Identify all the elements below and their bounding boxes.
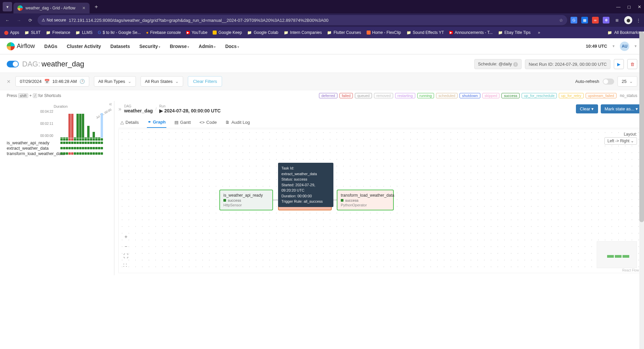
run-status-dot[interactable]	[79, 138, 82, 141]
task-instance-cell[interactable]	[76, 147, 79, 149]
task-instance-cell[interactable]	[85, 152, 87, 155]
legend-shutdown[interactable]: shutdown	[460, 93, 480, 98]
dag-enable-toggle[interactable]	[7, 61, 19, 67]
user-menu[interactable]: AU	[620, 42, 629, 51]
run-status-dot[interactable]	[76, 138, 79, 141]
close-window-icon[interactable]: ✕	[638, 4, 641, 9]
bookmark-folder[interactable]: Intern Companies	[284, 30, 322, 35]
task-instance-cell[interactable]	[90, 142, 92, 144]
legend-up_for_reschedule[interactable]: up_for_reschedule	[522, 93, 557, 98]
run-bar[interactable]	[90, 137, 92, 138]
run-bar[interactable]	[101, 113, 103, 138]
run-status-dot[interactable]	[82, 138, 84, 141]
task-instance-cell[interactable]	[95, 142, 98, 144]
run-bar[interactable]	[71, 114, 73, 138]
run-status-dot[interactable]	[60, 138, 63, 141]
clear-button[interactable]: Clear ▾	[576, 104, 598, 113]
run-bar[interactable]	[98, 137, 100, 138]
task-instance-cell[interactable]	[98, 152, 100, 155]
run-bar[interactable]	[74, 137, 76, 138]
run-bar[interactable]	[82, 114, 84, 138]
task-instance-cell[interactable]	[68, 152, 71, 155]
legend-success[interactable]: success	[501, 93, 520, 98]
task-instance-cell[interactable]	[60, 152, 63, 155]
graph-canvas[interactable]: Layout: Left -> Right ⌄ is_weather_api_r…	[118, 129, 642, 273]
task-instance-cell[interactable]	[71, 142, 73, 144]
bookmark-folder[interactable]: Ebay Title Tips	[498, 30, 531, 35]
bookmark-folder[interactable]: Freelance	[46, 30, 70, 35]
run-status-dot[interactable]	[95, 138, 98, 141]
run-status-dot[interactable]	[101, 138, 103, 141]
bookmark-item[interactable]: ●Firebase console	[146, 30, 181, 35]
fit-view-icon[interactable]: ⛶	[123, 253, 128, 259]
bookmark-folder[interactable]: Flutter Courses	[327, 30, 361, 35]
limit-select[interactable]: 25 ⌄	[618, 76, 637, 87]
task-node-transform-load-weather-data[interactable]: transform_load_weather_data success Pyth…	[337, 190, 394, 210]
run-status-dot[interactable]	[87, 138, 90, 141]
bookmark-item[interactable]: Home - FlexClip	[367, 30, 401, 35]
extension-icon[interactable]: G	[571, 17, 577, 23]
task-instance-cell[interactable]	[71, 152, 73, 155]
task-instance-cell[interactable]	[93, 152, 95, 155]
legend-skipped[interactable]: skipped	[482, 93, 500, 98]
tab-details[interactable]: △ Details	[120, 117, 140, 128]
task-instance-cell[interactable]	[87, 142, 90, 144]
forward-button[interactable]: →	[15, 18, 23, 23]
legend-queued[interactable]: queued	[355, 93, 372, 98]
tab-code[interactable]: <> Code	[199, 117, 217, 128]
browser-menu-icon[interactable]: ⋮	[636, 18, 641, 23]
run-bar[interactable]	[79, 114, 82, 138]
task-instance-cell[interactable]	[63, 147, 65, 149]
bookmark-folder[interactable]: SLIIT	[24, 30, 41, 35]
clear-date-icon[interactable]: ✕	[7, 79, 11, 84]
run-bar[interactable]	[66, 137, 68, 138]
bookmarks-overflow[interactable]: »	[538, 30, 540, 35]
task-instance-cell[interactable]	[79, 142, 82, 144]
tab-gantt[interactable]: ▤ Gantt	[174, 117, 192, 128]
task-instance-cell[interactable]	[79, 152, 82, 155]
maximize-icon[interactable]: ◻	[627, 4, 631, 9]
run-status-dot[interactable]	[63, 138, 65, 141]
run-bar[interactable]	[93, 132, 95, 138]
task-instance-cell[interactable]	[63, 152, 65, 155]
task-instance-cell[interactable]	[98, 147, 100, 149]
bookmark-item[interactable]: Google Keep	[213, 30, 242, 35]
extensions-menu-icon[interactable]: ⊞	[613, 17, 620, 23]
breadcrumb-dag[interactable]: weather_dag	[124, 108, 153, 113]
bookmark-star-icon[interactable]: ☆	[559, 18, 563, 23]
run-status-dot[interactable]	[71, 138, 73, 141]
run-status-dot[interactable]	[93, 138, 95, 141]
nav-cluster-activity[interactable]: Cluster Activity	[67, 44, 101, 49]
extension-icon[interactable]: ∞	[592, 17, 599, 23]
task-instance-cell[interactable]	[95, 152, 98, 155]
nav-docs[interactable]: Docs	[225, 44, 239, 49]
task-instance-cell[interactable]	[74, 152, 76, 155]
task-instance-cell[interactable]	[71, 147, 73, 149]
run-bar[interactable]	[60, 137, 63, 138]
task-instance-cell[interactable]	[101, 142, 103, 144]
nav-dags[interactable]: DAGs	[44, 44, 57, 49]
run-status-dot[interactable]	[66, 138, 68, 141]
extension-icon[interactable]: ✻	[603, 17, 609, 23]
task-instance-cell[interactable]	[66, 152, 68, 155]
minimize-icon[interactable]: ―	[616, 4, 621, 9]
run-bar[interactable]	[76, 114, 79, 138]
apps-shortcut[interactable]: ⬤Apps	[4, 30, 19, 35]
delete-dag-button[interactable]: 🗑	[627, 59, 637, 69]
clear-filters-button[interactable]: Clear Filters	[188, 76, 222, 87]
legend-scheduled[interactable]: scheduled	[436, 93, 458, 98]
all-bookmarks[interactable]: All Bookmarks	[607, 30, 640, 35]
task-instance-cell[interactable]	[82, 147, 84, 149]
task-instance-cell[interactable]	[93, 147, 95, 149]
run-bar[interactable]	[63, 137, 65, 138]
run-status-dot[interactable]	[85, 138, 87, 141]
bookmark-item[interactable]: ▶YouTube	[186, 30, 207, 35]
task-instance-cell[interactable]	[82, 152, 84, 155]
task-instance-cell[interactable]	[87, 152, 90, 155]
zoom-in-icon[interactable]: ＋	[123, 234, 128, 240]
bookmark-folder[interactable]: Sound Effects YT	[407, 30, 444, 35]
run-status-dot[interactable]	[98, 138, 100, 141]
task-instance-cell[interactable]	[68, 147, 71, 149]
task-instance-cell[interactable]	[74, 142, 76, 144]
bookmark-item[interactable]: G$ to lkr - Google Se...	[98, 30, 141, 35]
